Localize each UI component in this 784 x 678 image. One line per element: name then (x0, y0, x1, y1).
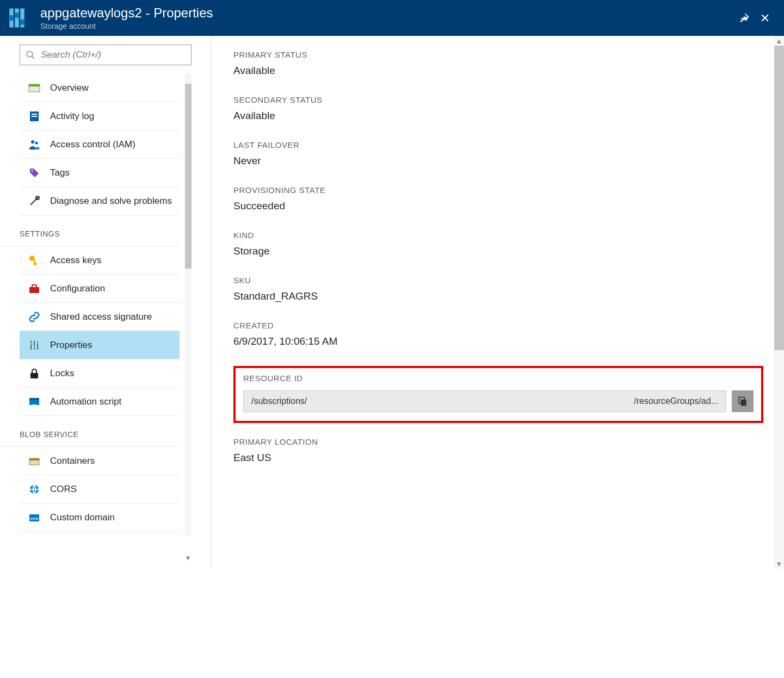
svg-point-29 (36, 341, 39, 344)
sidebar-scroll-down[interactable]: ▾ (185, 553, 192, 562)
field-label: RESOURCE ID (243, 374, 754, 383)
nav-item-custom-domain[interactable]: www Custom domain (20, 503, 180, 532)
nav-item-activity-log[interactable]: Activity log (20, 102, 180, 130)
nav-group-settings: SETTINGS (0, 215, 180, 246)
search-box[interactable] (20, 45, 192, 65)
field-provisioning-state: PROVISIONING STATE Succeeded (233, 185, 763, 212)
key-icon (27, 253, 41, 268)
svg-point-17 (32, 170, 33, 171)
resource-id-right: /resourceGroups/ad... (634, 396, 718, 406)
field-value: East US (233, 452, 763, 464)
field-label: PRIMARY STATUS (233, 50, 763, 59)
field-primary-location: PRIMARY LOCATION East US (233, 437, 763, 464)
nav-item-label: Diagnose and solve problems (50, 196, 172, 207)
link-icon (27, 310, 41, 324)
globe-icon (27, 482, 41, 496)
svg-rect-13 (32, 114, 37, 115)
sidebar: ▴ ▾ Overview Activity log Access control… (0, 36, 212, 569)
container-icon (27, 454, 41, 468)
nav-item-overview[interactable]: Overview (20, 74, 180, 102)
log-icon (27, 109, 41, 123)
field-label: LAST FAILOVER (233, 140, 763, 150)
field-value: Standard_RAGRS (233, 290, 763, 302)
nav-settings-section: Access keys Configuration Shared access … (0, 246, 211, 416)
field-value: 6/9/2017, 10:06:15 AM (233, 335, 763, 347)
field-label: CREATED (233, 321, 763, 330)
nav-item-label: Shared access signature (50, 312, 152, 322)
nav-item-sas[interactable]: Shared access signature (20, 303, 180, 331)
svg-point-27 (30, 343, 32, 345)
search-icon (26, 50, 35, 60)
main-scroll-up[interactable]: ▴ (774, 36, 784, 46)
field-created: CREATED 6/9/2017, 10:06:15 AM (233, 321, 763, 347)
nav-item-label: Activity log (50, 111, 94, 122)
svg-rect-3 (9, 15, 14, 21)
nav-item-label: CORS (50, 484, 77, 495)
blade-subtitle: Storage account (40, 22, 213, 30)
copy-button[interactable] (732, 390, 754, 412)
nav-item-containers[interactable]: Containers (20, 447, 180, 475)
nav-item-label: Automation script (50, 396, 121, 407)
pin-button[interactable] (734, 8, 755, 28)
svg-rect-14 (32, 116, 37, 117)
nav-item-properties[interactable]: Properties (20, 331, 180, 359)
nav-item-locks[interactable]: Locks (20, 359, 180, 388)
storage-account-icon (7, 5, 33, 31)
tools-icon (27, 194, 41, 208)
resource-id-input[interactable]: /subscriptions/ /resourceGroups/ad... (243, 390, 726, 412)
script-icon (27, 395, 41, 409)
nav-item-configuration[interactable]: Configuration (20, 275, 180, 303)
svg-point-16 (35, 141, 38, 144)
nav-item-access-control[interactable]: Access control (IAM) (20, 130, 180, 159)
overview-icon (27, 81, 41, 95)
field-label: SECONDARY STATUS (233, 95, 763, 104)
field-sku: SKU Standard_RAGRS (233, 276, 763, 302)
nav-item-label: Tags (50, 167, 70, 178)
main-scroll-down[interactable]: ▾ (774, 559, 784, 569)
nav-item-tags[interactable]: Tags (20, 159, 180, 187)
field-value: Succeeded (233, 200, 763, 212)
sidebar-scrollbar-thumb[interactable] (185, 84, 192, 269)
nav-item-label: Access control (IAM) (50, 139, 135, 150)
nav-item-label: Locks (50, 368, 74, 379)
main-scrollbar-thumb[interactable] (774, 46, 784, 350)
nav-item-diagnose[interactable]: Diagnose and solve problems (20, 187, 180, 215)
tag-icon (27, 166, 41, 180)
search-input[interactable] (41, 49, 186, 60)
domain-icon: www (27, 511, 41, 525)
field-label: PRIMARY LOCATION (233, 437, 763, 446)
field-value: Available (233, 65, 763, 77)
nav-blob-section: Containers CORS www Custom domain (0, 447, 211, 532)
close-button[interactable] (755, 8, 775, 28)
nav-item-access-keys[interactable]: Access keys (20, 246, 180, 275)
nav-group-blob: BLOB SERVICE (0, 416, 180, 447)
svg-rect-4 (15, 13, 19, 18)
main-content: PRIMARY STATUS Available SECONDARY STATU… (212, 36, 784, 569)
svg-rect-34 (29, 458, 39, 461)
field-value: Storage (233, 245, 763, 257)
field-primary-status: PRIMARY STATUS Available (233, 50, 763, 77)
nav-item-label: Containers (50, 456, 95, 466)
svg-rect-21 (34, 263, 37, 265)
nav-item-label: Configuration (50, 283, 105, 294)
field-label: KIND (233, 231, 763, 240)
header-text: appgatewaylogs2 - Properties Storage acc… (40, 5, 213, 31)
sliders-icon (27, 338, 41, 352)
nav-item-label: Access keys (50, 255, 101, 266)
svg-rect-11 (29, 84, 40, 86)
blade-header: appgatewaylogs2 - Properties Storage acc… (0, 0, 784, 36)
nav-item-label: Properties (50, 340, 92, 351)
resource-id-left: /subscriptions/ (251, 396, 307, 406)
nav-item-label: Custom domain (50, 512, 115, 523)
svg-point-28 (33, 346, 35, 348)
people-icon (27, 138, 41, 152)
nav-item-cors[interactable]: CORS (20, 475, 180, 503)
field-value: Available (233, 110, 763, 122)
field-value: Never (233, 155, 763, 167)
lock-icon (27, 366, 41, 381)
resource-id-highlight: RESOURCE ID /subscriptions/ /resourceGro… (233, 366, 763, 423)
nav-top-section: Overview Activity log Access control (IA… (0, 74, 211, 215)
svg-text:www: www (29, 517, 39, 520)
nav-item-automation-script[interactable]: Automation script (20, 388, 180, 416)
copy-icon (737, 396, 748, 407)
